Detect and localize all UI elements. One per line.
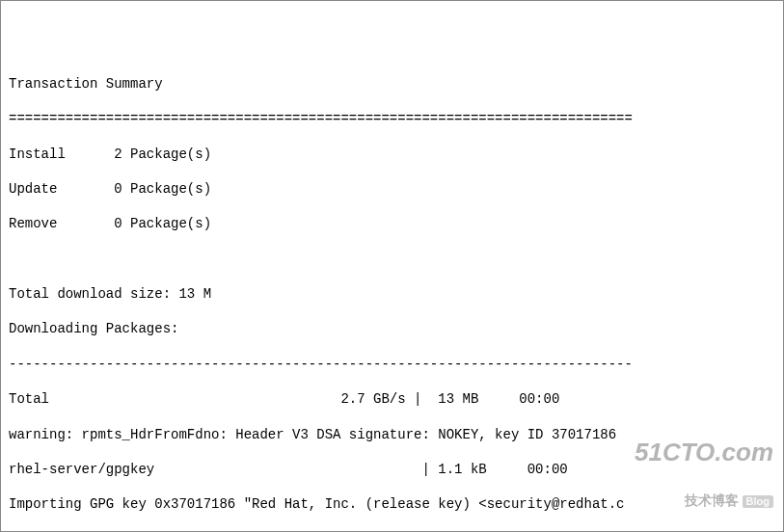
- blank-line: [9, 251, 775, 268]
- downloading-packages: Downloading Packages:: [9, 320, 775, 337]
- total-download-size: Total download size: 13 M: [9, 285, 775, 303]
- import-gpg-line-1: Importing GPG key 0x37017186 "Red Hat, I…: [9, 495, 775, 513]
- gpgkey-line: rhel-server/gpgkey | 1.1 kB 00:00: [9, 461, 775, 478]
- download-total-line: Total 2.7 GB/s | 13 MB 00:00: [9, 390, 775, 408]
- update-count-line: Update 0 Package(s): [9, 180, 775, 198]
- separator-dash: ----------------------------------------…: [9, 356, 775, 373]
- transaction-summary-title: Transaction Summary: [9, 75, 775, 93]
- install-count-line: Install 2 Package(s): [9, 146, 775, 163]
- separator-equals: ========================================…: [9, 110, 775, 127]
- remove-count-line: Remove 0 Package(s): [9, 215, 775, 232]
- nokey-warning: warning: rpmts_HdrFromFdno: Header V3 DS…: [9, 426, 775, 443]
